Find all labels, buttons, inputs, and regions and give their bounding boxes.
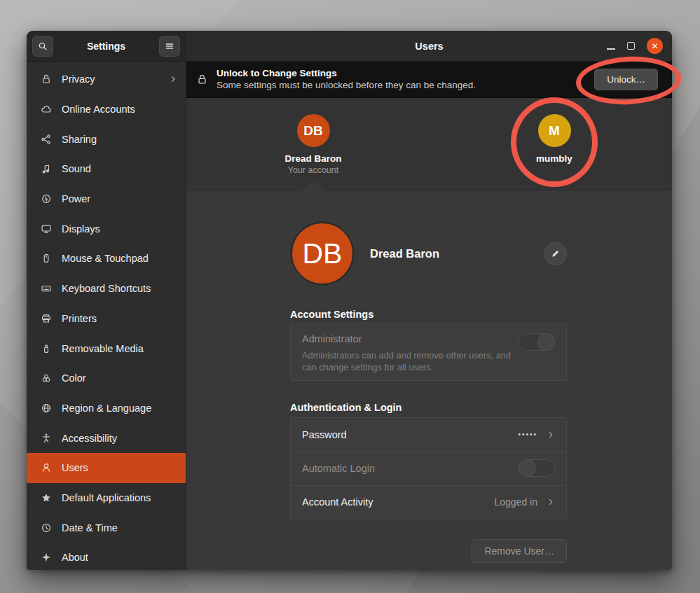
window-controls: ✕ [607, 31, 663, 61]
avatar-initials: DB [303, 123, 322, 139]
printer-icon [41, 312, 53, 324]
avatar-initials: DB [303, 237, 343, 270]
sidebar-item-label: Removable Media [62, 343, 144, 354]
keyboard-icon [41, 283, 53, 295]
user-name: Dread Baron [270, 153, 356, 164]
sidebar-item-label: Users [62, 462, 88, 473]
section-heading-account-settings: Account Settings [290, 309, 373, 320]
sidebar-item-sharing[interactable]: Sharing [27, 124, 186, 154]
user-subtitle: Your account [270, 165, 356, 175]
menu-button[interactable] [159, 36, 180, 57]
mouse-icon [41, 253, 53, 265]
sidebar-item-keyboard-shortcuts[interactable]: Keyboard Shortcuts [27, 274, 186, 304]
sidebar-item-users[interactable]: Users [27, 453, 186, 483]
titlebar[interactable]: Users ✕ [186, 31, 672, 62]
sidebar-item-power[interactable]: Power [27, 184, 186, 214]
carousel-user-mumbly[interactable]: M mumbly [512, 114, 597, 164]
accessibility-person-icon [41, 432, 53, 444]
search-icon [37, 41, 48, 52]
user-name: mumbly [512, 153, 597, 164]
minimize-button[interactable] [607, 42, 615, 50]
profile-row: DB Dread Baron [290, 218, 567, 288]
avatar: M [538, 114, 571, 147]
close-button[interactable]: ✕ [647, 38, 663, 54]
sidebar-item-label: Default Applications [62, 492, 151, 503]
carousel-user-dread-baron[interactable]: DB Dread Baron Your account [270, 114, 356, 175]
administrator-toggle[interactable] [519, 333, 555, 351]
share-nodes-icon [41, 133, 53, 145]
lock-icon [196, 74, 208, 85]
flash-drive-icon [41, 342, 53, 354]
music-note-icon [41, 163, 53, 175]
main-pane: Users ✕ Unlock to Change Settings Some s… [186, 31, 672, 570]
remove-user-button[interactable]: Remove User… [472, 539, 567, 563]
sidebar-item-date-time[interactable]: Date & Time [27, 512, 186, 543]
sidebar-item-privacy[interactable]: Privacy [27, 64, 186, 95]
toggle-knob [537, 333, 555, 351]
automatic-login-label: Automatic Login [302, 463, 375, 474]
account-activity-row[interactable]: Account Activity Logged in [291, 485, 566, 519]
profile-name: Dread Baron [370, 247, 439, 260]
sidebar-item-online-accounts[interactable]: Online Accounts [27, 95, 186, 125]
sidebar-item-printers[interactable]: Printers [27, 304, 186, 334]
sidebar-item-label: Sound [62, 163, 91, 174]
automatic-login-row: Automatic Login [291, 451, 566, 484]
automatic-login-toggle[interactable] [519, 459, 555, 477]
sidebar-item-label: Displays [62, 223, 100, 235]
pencil-icon [551, 249, 561, 258]
sidebar-header: Settings [27, 31, 186, 62]
sidebar-title: Settings [87, 41, 125, 52]
maximize-button[interactable] [627, 42, 635, 50]
toggle-knob [519, 459, 536, 477]
sidebar-item-accessibility[interactable]: Accessibility [27, 423, 186, 453]
banner-subtitle: Some settings must be unlocked before th… [217, 80, 476, 92]
sparkle-icon [41, 552, 53, 564]
sidebar-item-label: Sharing [62, 134, 97, 145]
page-title: Users [415, 41, 443, 52]
color-circles-icon [41, 372, 53, 384]
unlock-button[interactable]: Unlock… [594, 69, 658, 90]
sidebar-item-mouse-touchpad[interactable]: Mouse & Touchpad [27, 244, 186, 274]
sidebar-item-default-applications[interactable]: Default Applications [27, 483, 186, 513]
settings-window: Settings Privacy Online Accounts [27, 31, 672, 570]
profile-avatar[interactable]: DB [290, 221, 355, 286]
search-button[interactable] [32, 36, 53, 57]
star-icon [41, 491, 53, 503]
sidebar-item-displays[interactable]: Displays [27, 214, 186, 244]
administrator-description: Administrators can add and remove other … [302, 349, 516, 374]
chevron-right-icon [547, 431, 555, 439]
hamburger-icon [164, 41, 175, 52]
sidebar-item-label: Mouse & Touchpad [62, 253, 149, 264]
sidebar: Settings Privacy Online Accounts [27, 31, 186, 570]
sidebar-item-about[interactable]: About [27, 543, 186, 570]
password-dots: ••••• [518, 431, 537, 438]
banner-text: Unlock to Change Settings Some settings … [217, 68, 476, 92]
avatar: DB [297, 114, 330, 147]
sidebar-item-color[interactable]: Color [27, 363, 186, 393]
sidebar-item-label: Region & Language [62, 403, 151, 414]
sidebar-item-label: Power [62, 193, 90, 204]
sidebar-item-label: Accessibility [62, 433, 117, 444]
password-row[interactable]: Password ••••• [291, 418, 566, 451]
close-icon: ✕ [651, 41, 658, 51]
chevron-right-icon [547, 498, 555, 506]
administrator-label: Administrator [302, 333, 555, 344]
sidebar-item-label: Online Accounts [62, 104, 135, 115]
sidebar-item-label: About [62, 552, 88, 563]
sidebar-item-label: Printers [62, 313, 97, 324]
cloud-icon [41, 104, 53, 116]
authentication-card: Password ••••• Automatic Login Accou [290, 417, 567, 519]
sidebar-item-label: Privacy [62, 74, 95, 85]
sidebar-item-region-language[interactable]: Region & Language [27, 393, 186, 424]
clock-icon [41, 522, 53, 533]
account-activity-label: Account Activity [302, 496, 373, 508]
sidebar-item-removable-media[interactable]: Removable Media [27, 333, 186, 363]
selected-user-caret [301, 181, 326, 190]
avatar-initials: M [549, 123, 560, 139]
desktop-background: Settings Privacy Online Accounts [0, 0, 700, 593]
edit-name-button[interactable] [544, 242, 567, 265]
sidebar-item-sound[interactable]: Sound [27, 154, 186, 184]
password-label: Password [302, 429, 347, 440]
chevron-right-icon [169, 75, 177, 83]
account-activity-value: Logged in [494, 496, 537, 508]
